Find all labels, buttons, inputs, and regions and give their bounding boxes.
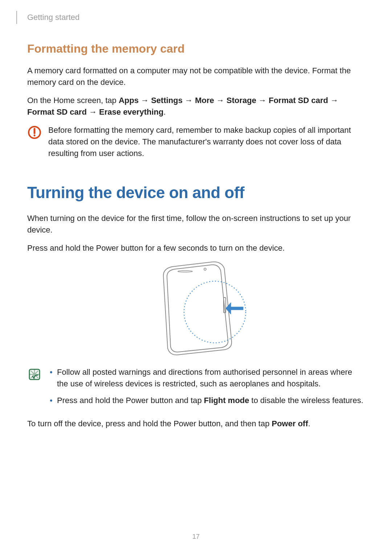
svg-point-1 [178,271,192,272]
caution-callout: Before formatting the memory card, remem… [27,124,365,159]
note-bullet: Press and hold the Power button and tap … [48,395,365,406]
caution-text: Before formatting the memory card, remem… [48,124,365,159]
note-callout: Follow all posted warnings and direction… [27,366,365,411]
body-text: A memory card formatted on a computer ma… [27,65,365,88]
breadcrumb-tick [16,11,17,24]
section-heading-format: Formatting the memory card [27,40,365,57]
body-text: When turning on the device for the first… [27,213,365,236]
caution-icon [27,125,42,143]
section-heading-power: Turning the device on and off [27,181,365,204]
svg-point-4 [184,281,246,343]
body-text-navpath: On the Home screen, tap Apps → Settings … [27,95,365,118]
power-button-illustration [27,261,365,356]
body-text: To turn off the device, press and hold t… [27,418,365,430]
note-icon [27,367,42,385]
breadcrumb: Getting started [16,11,365,24]
page-number: 17 [0,532,392,541]
body-text: Press and hold the Power button for a fe… [27,242,365,254]
breadcrumb-text: Getting started [27,12,79,23]
svg-point-2 [204,268,206,270]
note-bullet: Follow all posted warnings and direction… [48,366,365,390]
